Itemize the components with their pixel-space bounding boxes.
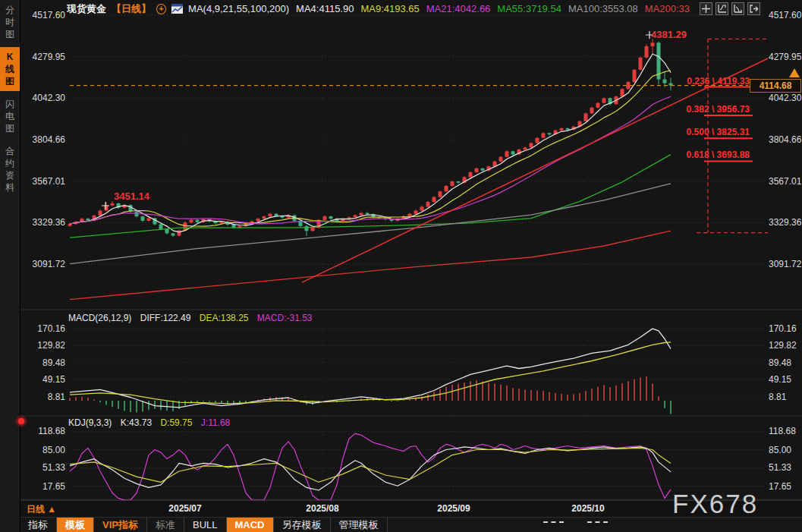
ma-summary-item: MA9:4193.65	[360, 3, 419, 14]
sidebar-item-3[interactable]: 合约资料	[0, 141, 20, 197]
macd-params: MACD(26,12,9)	[68, 313, 131, 323]
macd-axis-label-right: 89.48	[769, 358, 802, 368]
sidebar-item-label: K线图	[5, 51, 15, 87]
exit-fullscreen-icon[interactable]	[747, 2, 760, 15]
kdj-axis-label-right: 118.68	[769, 427, 802, 436]
fib-level-label: 0.382 \ 3956.73	[636, 104, 750, 115]
y-axis-label-left: 4279.95	[21, 52, 65, 62]
sidebar: 分时图K线图闪电图合约资料	[0, 0, 20, 532]
macd-axis-label-right: 49.15	[769, 375, 802, 385]
timeframe-selector[interactable]: 日线 ▲	[27, 503, 56, 516]
y-axis-label-left: 3091.72	[21, 260, 65, 269]
kdj-d-value: D:59.75	[160, 417, 192, 428]
kdj-axis-label-left: 85.00	[21, 445, 65, 455]
y-axis-label-right: 4517.60	[769, 11, 802, 20]
month-label: 2025/10	[561, 503, 615, 514]
y-axis-label-left: 3804.66	[21, 135, 65, 145]
ma-summary-item: MA55:3719.54	[497, 3, 561, 14]
toolbar-item-MACD[interactable]: MACD	[227, 518, 274, 532]
ma-summary-item: MA200:33	[645, 3, 690, 14]
fib-level-label: 0.618 \ 3693.88	[636, 150, 750, 160]
sidebar-item-0[interactable]: 分时图	[0, 0, 20, 44]
alert-dot-icon	[18, 418, 24, 424]
toolbar-item-管理模板[interactable]: 管理模板	[331, 518, 388, 532]
trading-app: 分时图K线图闪电图合约资料 现货黄金 【日线】 + MA(4,9,21,55,1…	[0, 0, 802, 532]
y-axis-label-right: 3567.01	[769, 177, 802, 187]
resize-dash-mark	[587, 521, 608, 523]
resize-dash-mark	[543, 521, 564, 523]
ma-summary: MA(4,9,21,55,100,200)MA4:4115.90MA9:4193…	[188, 3, 697, 14]
ma-summary-item: MA21:4042.66	[426, 3, 491, 14]
sidebar-item-label: 闪电图	[5, 98, 15, 134]
kdj-axis-label-left: 118.68	[21, 427, 65, 436]
kdj-axis-label-right: 85.00	[769, 445, 802, 455]
chart-toolbuttons	[700, 2, 760, 15]
kdj-k-value: K:43.73	[121, 417, 152, 428]
toolbar-item-另存模板[interactable]: 另存模板	[274, 518, 331, 532]
kdj-params: KDJ(9,3,3)	[68, 417, 112, 428]
sidebar-item-label: 合约资料	[5, 145, 15, 194]
month-label: 2025/07	[159, 503, 212, 514]
y-axis-label-left: 3567.01	[21, 177, 65, 187]
macd-dea-value: DEA:138.25	[200, 313, 249, 323]
current-price-box: 4114.68	[750, 79, 801, 93]
chart-header: 现货黄金 【日线】 + MA(4,9,21,55,100,200)MA4:411…	[67, 2, 697, 16]
y-axis-label-right: 4279.95	[769, 52, 802, 62]
axis-zoom-out-icon[interactable]	[731, 2, 744, 15]
macd-axis-label-left: 89.48	[21, 358, 65, 368]
axis-labels-layer: 4517.604517.604279.954279.954042.304042.…	[0, 0, 802, 532]
price-annotation: 4381.29	[651, 29, 687, 40]
macd-axis-label-left: 8.81	[21, 392, 65, 402]
add-indicator-icon[interactable]: +	[156, 4, 166, 14]
chart-style-icon[interactable]	[171, 4, 183, 14]
macd-axis-label-left: 49.15	[21, 375, 65, 385]
y-axis-label-right: 4042.30	[769, 93, 802, 103]
y-axis-label-right: 3329.36	[769, 218, 802, 228]
macd-axis-label-left: 129.82	[21, 341, 65, 351]
kdj-axis-label-right: 17.65	[769, 482, 802, 492]
ma-summary-item: MA(4,9,21,55,100,200)	[188, 3, 289, 14]
fib-level-label: 0.236 \ 4119.33	[636, 76, 750, 87]
kdj-header: KDJ(9,3,3) K:43.73 D:59.75 J:11.68	[68, 417, 236, 428]
macd-axis-label-left: 170.16	[21, 324, 65, 334]
y-axis-label-right: 3804.66	[769, 135, 802, 145]
bottom-toolbar: 指标模板VIP指标标准BULLMACD另存模板管理模板	[20, 517, 802, 532]
month-label: 2025/08	[296, 503, 349, 514]
macd-value: MACD:-31.53	[257, 313, 313, 323]
toolbar-item-模板[interactable]: 模板	[57, 518, 94, 532]
price-marker-icon	[789, 68, 800, 77]
y-axis-label-left: 4042.30	[21, 93, 65, 103]
sidebar-item-label: 分时图	[5, 4, 15, 40]
period-label[interactable]: 【日线】	[112, 2, 151, 16]
fib-level-label: 0.500 \ 3825.31	[636, 127, 750, 137]
watermark: FX678	[672, 489, 758, 519]
sidebar-item-2[interactable]: 闪电图	[0, 94, 20, 138]
macd-axis-label-right: 170.16	[769, 324, 802, 334]
macd-diff-value: DIFF:122.49	[140, 313, 191, 323]
crosshair-icon[interactable]	[700, 2, 712, 15]
toolbar-item-VIP指标[interactable]: VIP指标	[94, 518, 147, 532]
price-annotation: 3451.14	[114, 190, 149, 202]
toolbar-item-指标[interactable]: 指标	[20, 518, 57, 532]
symbol-title: 现货黄金	[67, 2, 106, 16]
kdj-j-value: J:11.68	[201, 417, 230, 428]
kdj-axis-label-left: 51.33	[21, 463, 65, 473]
toolbar-item-BULL[interactable]: BULL	[184, 518, 227, 532]
macd-header: MACD(26,12,9) DIFF:122.49 DEA:138.25 MAC…	[68, 313, 319, 323]
kdj-axis-label-left: 17.65	[21, 482, 65, 492]
axis-zoom-in-icon[interactable]	[716, 2, 728, 15]
y-axis-label-right: 3091.72	[769, 260, 802, 269]
ma-summary-item: MA100:3553.08	[568, 3, 638, 14]
macd-axis-label-right: 8.81	[769, 392, 802, 402]
kdj-axis-label-right: 51.33	[769, 463, 802, 473]
toolbar-item-标准[interactable]: 标准	[147, 518, 184, 532]
sidebar-item-1[interactable]: K线图	[0, 47, 20, 91]
ma-summary-item: MA4:4115.90	[296, 3, 354, 14]
macd-axis-label-right: 129.82	[769, 341, 802, 351]
y-axis-label-left: 4517.60	[21, 11, 65, 20]
y-axis-label-left: 3329.36	[21, 218, 65, 228]
month-label: 2025/09	[427, 503, 480, 514]
